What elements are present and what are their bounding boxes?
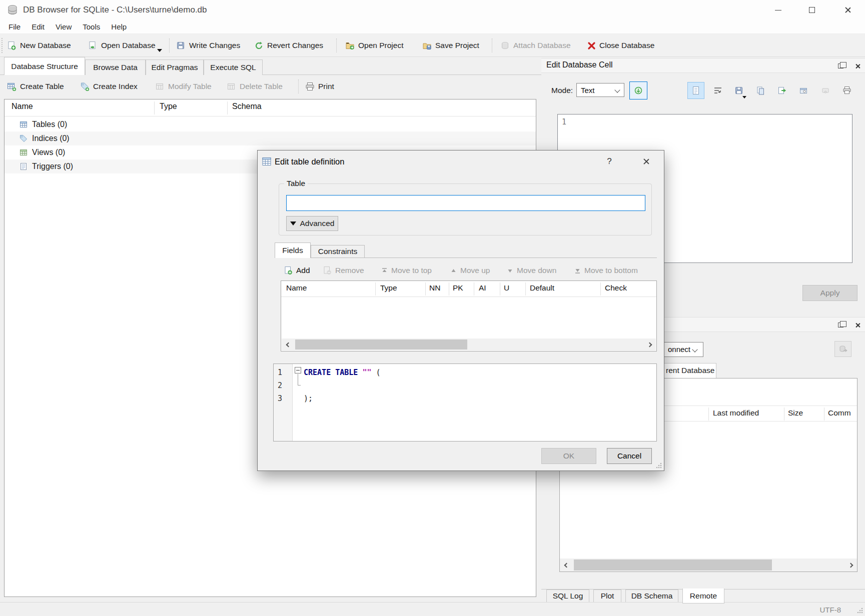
col-default[interactable]: Default (530, 284, 554, 292)
tab-db-schema[interactable]: DB Schema (625, 590, 678, 602)
dialog-resize-grip[interactable] (656, 462, 662, 468)
menu-file[interactable]: File (4, 22, 27, 31)
col-ai[interactable]: AI (479, 284, 486, 292)
print-cell-button[interactable] (838, 82, 855, 99)
tab-constraints[interactable]: Constraints (311, 245, 365, 258)
delete-table-button[interactable]: Delete Table (227, 75, 283, 98)
open-database-dropdown-arrow[interactable] (157, 49, 162, 52)
remote-col-commit[interactable]: Comm (828, 408, 851, 418)
scrollbar-thumb[interactable] (295, 340, 467, 350)
dock-float-button[interactable] (835, 62, 845, 70)
col-type[interactable]: Type (380, 284, 397, 292)
dialog-help-button[interactable]: ? (602, 154, 617, 169)
sql-preview[interactable]: 1 2 3 CREATE TABLE "" ( ); (273, 364, 657, 442)
apply-button[interactable]: Apply (802, 285, 857, 301)
close-database-button[interactable]: Close Database (587, 34, 654, 57)
menu-tools[interactable]: Tools (78, 22, 107, 31)
tree-col-divider[interactable] (154, 102, 155, 114)
tree-col-type[interactable]: Type (160, 102, 177, 111)
tree-item-indices[interactable]: Indices (0) (5, 132, 536, 146)
grid-col-divider[interactable] (425, 282, 426, 296)
new-database-button[interactable]: New Database (7, 34, 71, 57)
tab-remote[interactable]: Remote (682, 588, 724, 604)
word-wrap-button[interactable] (709, 82, 726, 99)
advanced-button[interactable]: Advanced (286, 216, 338, 231)
tab-database-structure[interactable]: Database Structure (4, 57, 85, 75)
toolbar-drag-handle[interactable] (2, 38, 3, 53)
dock-float-button[interactable] (835, 320, 845, 330)
table-name-input[interactable] (286, 195, 645, 211)
tab-plot[interactable]: Plot (593, 590, 621, 602)
tab-browse-data[interactable]: Browse Data (85, 60, 146, 75)
attach-database-button[interactable]: Attach Database (500, 34, 571, 57)
grid-col-divider[interactable] (474, 282, 474, 296)
fields-grid-scrollbar[interactable] (282, 338, 656, 350)
ok-button[interactable]: OK (541, 448, 596, 464)
menu-view[interactable]: View (51, 22, 78, 31)
export-cell-button[interactable] (773, 82, 790, 99)
text-mode-button[interactable] (687, 82, 704, 99)
create-table-button[interactable]: Create Table (7, 75, 64, 98)
dock-close-button[interactable] (852, 62, 862, 70)
scroll-left-button[interactable] (282, 338, 295, 350)
grid-col-divider[interactable] (600, 282, 601, 296)
col-nn[interactable]: NN (429, 284, 440, 292)
remote-col-divider[interactable] (708, 408, 709, 420)
grid-col-divider[interactable] (449, 282, 449, 296)
remote-col-size[interactable]: Size (788, 408, 803, 418)
move-down-button[interactable]: Move down (507, 262, 556, 278)
tab-fields[interactable]: Fields (275, 242, 311, 258)
revert-changes-button[interactable]: Revert Changes (254, 34, 323, 57)
col-check[interactable]: Check (605, 284, 627, 292)
move-up-button[interactable]: Move up (450, 262, 490, 278)
modify-table-button[interactable]: Modify Table (155, 75, 212, 98)
grid-col-divider[interactable] (500, 282, 500, 296)
remove-field-button[interactable]: Remove (323, 262, 364, 278)
open-database-button[interactable]: Open Database (88, 34, 156, 57)
grid-col-divider[interactable] (375, 282, 376, 296)
code-fold-toggle[interactable] (295, 367, 301, 374)
menu-help[interactable]: Help (107, 22, 133, 31)
tab-sql-log[interactable]: SQL Log (546, 590, 589, 602)
minimize-button[interactable] (766, 0, 789, 20)
dock-close-button[interactable] (852, 320, 862, 330)
cancel-button[interactable]: Cancel (607, 448, 652, 464)
tree-col-name[interactable]: Name (12, 102, 33, 111)
open-in-app-button[interactable] (795, 82, 812, 99)
copy-cell-button[interactable] (752, 82, 769, 99)
move-to-bottom-button[interactable]: Move to bottom (574, 262, 638, 278)
write-changes-button[interactable]: Write Changes (176, 34, 240, 57)
dialog-title-bar[interactable]: Edit table definition ? (258, 150, 664, 172)
mode-select[interactable]: Text (576, 83, 624, 97)
scroll-right-button[interactable] (643, 338, 656, 350)
col-pk[interactable]: PK (453, 284, 463, 292)
tab-execute-sql[interactable]: Execute SQL (204, 60, 263, 75)
menu-edit[interactable]: Edit (27, 22, 51, 31)
remote-col-divider[interactable] (784, 408, 784, 420)
encoding-indicator[interactable]: UTF-8 (820, 606, 841, 614)
dialog-close-button[interactable] (639, 154, 654, 169)
window-resize-grip[interactable] (857, 608, 863, 614)
tab-edit-pragmas[interactable]: Edit Pragmas (146, 60, 204, 75)
null-cell-button[interactable] (817, 82, 834, 99)
save-project-button[interactable]: Save Project (422, 34, 479, 57)
maximize-button[interactable] (800, 0, 823, 20)
col-u[interactable]: U (504, 284, 509, 292)
save-cell-button[interactable] (730, 82, 747, 99)
move-to-top-button[interactable]: Move to top (381, 262, 432, 278)
col-name[interactable]: Name (286, 284, 307, 292)
tree-item-tables[interactable]: Tables (0) (5, 118, 536, 132)
remote-col-last-modified[interactable]: Last modified (713, 408, 759, 418)
tree-col-schema[interactable]: Schema (232, 102, 262, 111)
open-project-button[interactable]: Open Project (345, 34, 403, 57)
print-button[interactable]: Print (305, 75, 334, 98)
add-field-button[interactable]: Add (284, 262, 310, 278)
remote-col-divider[interactable] (824, 408, 824, 420)
tree-col-divider[interactable] (227, 102, 228, 114)
create-index-button[interactable]: Create Index (80, 75, 138, 98)
grid-col-divider[interactable] (525, 282, 526, 296)
remote-clone-button[interactable] (834, 341, 851, 357)
scrollbar-thumb[interactable] (574, 560, 772, 570)
close-button[interactable] (836, 0, 859, 20)
import-in-cell-button[interactable] (629, 82, 647, 100)
